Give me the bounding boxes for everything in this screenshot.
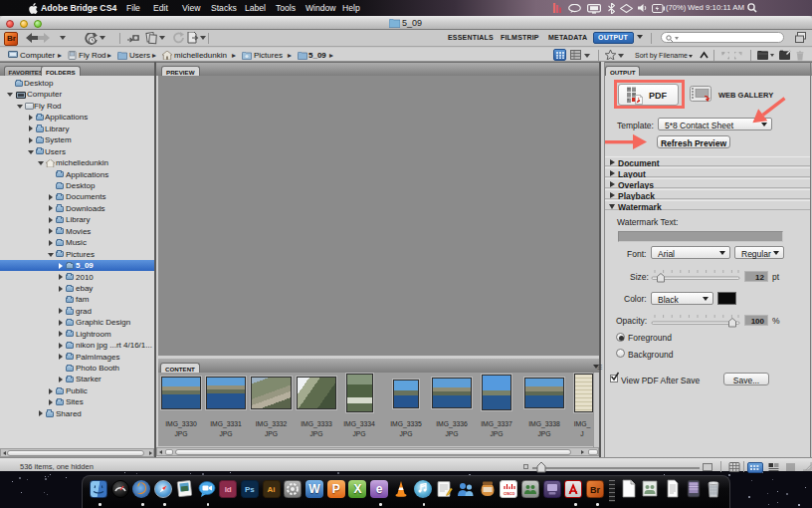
svg-text:CISCO: CISCO — [504, 492, 515, 496]
